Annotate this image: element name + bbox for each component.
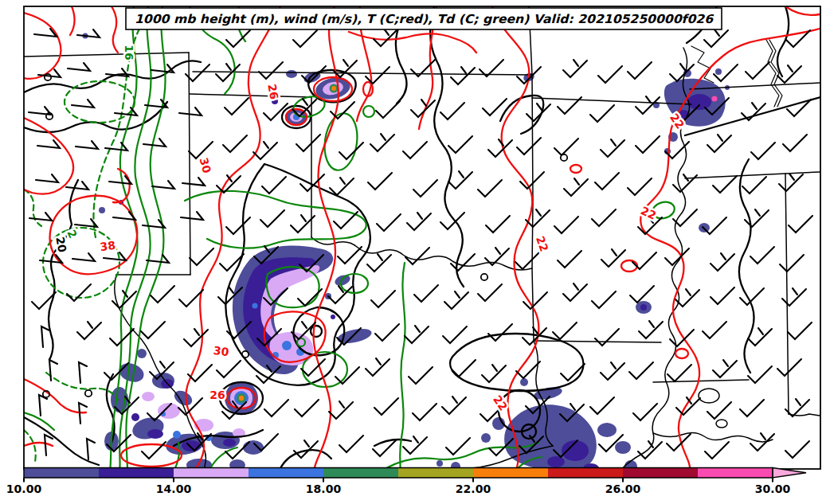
colorbar-segment bbox=[323, 468, 398, 479]
colorbar-tick-label: 22.00 bbox=[456, 483, 491, 495]
colorbar-tick-label: 10.00 bbox=[6, 483, 42, 495]
contour-label: 26 bbox=[209, 389, 225, 401]
colorbar-segment bbox=[623, 468, 698, 479]
colorbar-segment bbox=[99, 468, 174, 479]
colorbar-segment bbox=[548, 468, 623, 479]
contour-label: 30 bbox=[213, 344, 230, 359]
plot-title: 1000 mb height (m), wind (m/s), T (C;red… bbox=[135, 12, 714, 26]
colorbar-tick-label: 18.00 bbox=[306, 483, 342, 495]
colorbar-tick-label: 14.00 bbox=[156, 483, 192, 495]
contour-label: 20 bbox=[53, 236, 69, 253]
colorbar-tick-label: 30.00 bbox=[755, 483, 791, 495]
contour-label: 16 bbox=[123, 45, 135, 60]
colorbar-segment bbox=[24, 468, 99, 479]
colorbar-segment bbox=[473, 468, 548, 479]
colorbar-segment bbox=[698, 468, 773, 479]
contour-label: 26 bbox=[265, 83, 280, 100]
colorbar-segment bbox=[174, 468, 249, 479]
colorbar-tick-label: 26.00 bbox=[605, 483, 641, 495]
title-box: 1000 mb height (m), wind (m/s), T (C;red… bbox=[126, 8, 722, 29]
colorbar-segment bbox=[249, 468, 323, 479]
weather-map-figure: 16263020238302622222222 1000 mb height (… bbox=[0, 0, 826, 504]
contour-label: 38 bbox=[100, 239, 117, 254]
weather-map: 16263020238302622222222 1000 mb height (… bbox=[0, 0, 826, 504]
colorbar: 10.0014.0018.0022.0026.0030.00 bbox=[6, 468, 806, 496]
colorbar-segment bbox=[398, 468, 473, 479]
